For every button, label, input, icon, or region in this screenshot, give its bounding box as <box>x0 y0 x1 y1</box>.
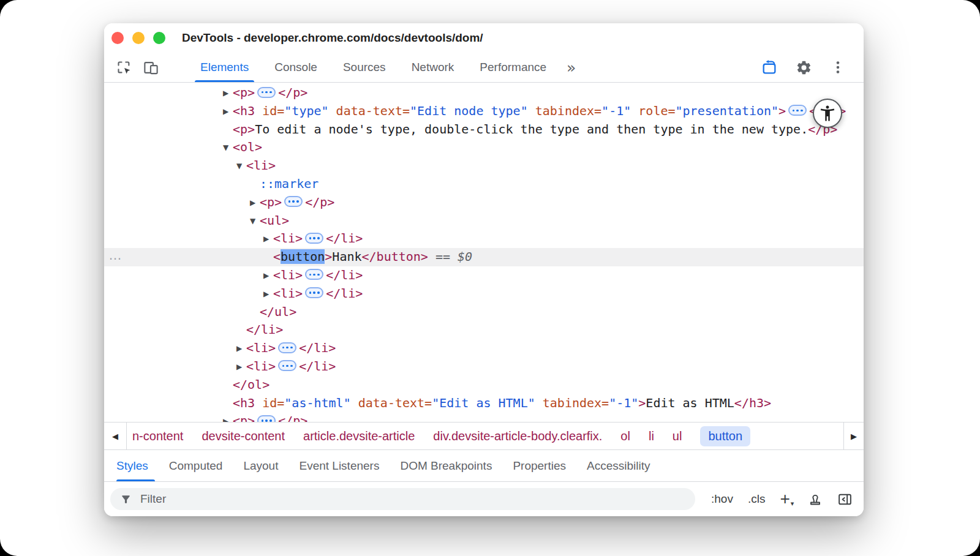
twisty-right-icon[interactable]: ▶ <box>223 103 233 121</box>
breadcrumb-scroll-left-icon[interactable]: ◀ <box>104 423 127 449</box>
breadcrumb-devsite-content[interactable]: devsite-content <box>202 429 285 443</box>
expand-inline-icon[interactable] <box>257 415 276 422</box>
more-panels-icon[interactable]: » <box>559 53 583 82</box>
dom-tree-row[interactable]: ▶<h3 id="type" data-text="Edit node type… <box>104 102 864 121</box>
code-token-tag: < <box>273 249 281 264</box>
dom-tree-row[interactable]: </li> <box>104 321 864 339</box>
code-token-tag: <ul> <box>260 213 289 228</box>
code-token-tag: > <box>778 103 786 118</box>
breadcrumb-n-content[interactable]: n-content <box>132 429 183 443</box>
dom-tree-row[interactable]: ▶<li></li> <box>104 266 864 285</box>
sidebar-tab-accessibility[interactable]: Accessibility <box>576 450 660 481</box>
expand-inline-icon[interactable] <box>305 269 323 280</box>
dom-tree-row[interactable]: ▼<ol> <box>104 138 864 157</box>
dom-tree-row[interactable]: <h3 id="as-html" data-text="Edit as HTML… <box>104 394 864 413</box>
sidebar-tab-event-listeners[interactable]: Event Listeners <box>288 450 390 481</box>
breadcrumb-bar: ◀ n-contentdevsite-contentarticle.devsit… <box>104 422 864 450</box>
sidebar-tab-layout[interactable]: Layout <box>233 450 288 481</box>
dom-tree-row[interactable]: ▶<p></p> <box>104 412 864 422</box>
new-style-rule-caret-icon: ▾ <box>791 500 794 508</box>
breadcrumb-button[interactable]: button <box>700 426 750 446</box>
stamp-icon[interactable] <box>808 492 823 506</box>
twisty-down-icon[interactable]: ▼ <box>250 212 260 231</box>
expand-inline-icon[interactable] <box>305 287 323 298</box>
filter-input-container[interactable] <box>110 488 695 510</box>
sidebar-tab-computed[interactable]: Computed <box>159 450 233 481</box>
devtools-window: DevTools - developer.chrome.com/docs/dev… <box>104 23 864 516</box>
dom-tree-row[interactable]: ▶<p></p> <box>104 84 864 102</box>
twisty-right-icon[interactable]: ▶ <box>236 358 246 377</box>
dom-tree-row-selected[interactable]: …<button>Hank</button> == $0 <box>104 248 864 266</box>
code-token-tag: </p> <box>278 85 307 100</box>
twisty-right-icon[interactable]: ▶ <box>236 340 246 358</box>
breadcrumb-li[interactable]: li <box>649 429 654 443</box>
new-style-rule-button[interactable]: + ▾ <box>780 490 793 508</box>
breadcrumb-ul[interactable]: ul <box>673 429 682 443</box>
dom-tree-row[interactable]: ▶<p></p> <box>104 193 864 212</box>
expand-inline-icon[interactable] <box>278 360 296 371</box>
screencast-icon[interactable] <box>760 59 779 76</box>
expand-inline-icon[interactable] <box>305 233 323 244</box>
tab-elements[interactable]: Elements <box>187 53 262 82</box>
twisty-down-icon[interactable]: ▼ <box>223 139 233 157</box>
dom-tree-row[interactable]: ::marker <box>104 175 864 193</box>
element-classes-button[interactable]: .cls <box>748 492 766 506</box>
breadcrumb-scroll-right-icon[interactable]: ▶ <box>843 423 864 449</box>
settings-gear-icon[interactable] <box>794 59 813 76</box>
close-button[interactable] <box>111 32 124 44</box>
dom-tree-row[interactable]: ▶<li></li> <box>104 285 864 303</box>
expand-inline-icon[interactable] <box>278 342 296 353</box>
zoom-button[interactable] <box>153 32 165 44</box>
code-token-tag: <h3 <box>233 103 255 118</box>
toggle-element-state-button[interactable]: :hov <box>711 492 733 506</box>
code-token-val: "Edit node type" <box>410 103 528 118</box>
twisty-right-icon[interactable]: ▶ <box>250 194 260 212</box>
tab-console[interactable]: Console <box>262 53 330 82</box>
sidebar-tab-properties[interactable]: Properties <box>502 450 576 481</box>
expand-inline-icon[interactable] <box>284 196 303 207</box>
tab-network[interactable]: Network <box>399 53 467 82</box>
twisty-right-icon[interactable]: ▶ <box>223 413 233 422</box>
breadcrumb-ol[interactable]: ol <box>620 429 630 443</box>
code-token-plain <box>255 396 262 410</box>
filter-input[interactable] <box>139 492 685 506</box>
code-token-tag: </h3> <box>734 396 771 410</box>
twisty-right-icon[interactable]: ▶ <box>263 267 273 285</box>
sidebar-tab-styles[interactable]: Styles <box>116 450 159 481</box>
code-token-tag: > <box>638 396 646 410</box>
code-token-marker: ::marker <box>260 176 318 191</box>
breadcrumb-div-devsite-article-body-clearfix[interactable]: div.devsite-article-body.clearfix. <box>433 429 602 443</box>
code-token-plain <box>631 103 638 118</box>
twisty-right-icon[interactable]: ▶ <box>263 285 273 304</box>
tab-performance[interactable]: Performance <box>467 53 559 82</box>
dom-tree-row[interactable]: ▶<li></li> <box>104 339 864 358</box>
dom-tree-row[interactable]: </ul> <box>104 303 864 321</box>
expand-inline-icon[interactable] <box>788 105 807 116</box>
window-title: DevTools - developer.chrome.com/docs/dev… <box>182 31 483 45</box>
dom-tree-rows: ▶<p></p>▶<h3 id="type" data-text="Edit n… <box>104 84 864 422</box>
dom-tree-row[interactable]: </ol> <box>104 376 864 394</box>
breadcrumb-article-devsite-article[interactable]: article.devsite-article <box>303 429 415 443</box>
dom-tree-row[interactable]: ▶<li></li> <box>104 230 864 248</box>
sidebar-tab-dom-breakpoints[interactable]: DOM Breakpoints <box>390 450 502 481</box>
inspect-cursor-icon[interactable] <box>114 53 134 82</box>
twisty-right-icon[interactable]: ▶ <box>263 230 273 249</box>
toggle-sidebar-icon[interactable] <box>837 492 853 507</box>
code-token-plain <box>329 103 336 118</box>
minimize-button[interactable] <box>132 32 145 44</box>
twisty-down-icon[interactable]: ▼ <box>236 157 246 176</box>
more-menu-icon[interactable] <box>828 59 848 75</box>
dom-tree-row[interactable]: ▼<li> <box>104 157 864 175</box>
twisty-right-icon[interactable]: ▶ <box>223 85 233 103</box>
sidebar-tabs: StylesComputedLayoutEvent ListenersDOM B… <box>104 450 864 482</box>
code-token-tag: <li> <box>273 231 303 246</box>
device-toolbar-icon[interactable] <box>141 53 160 82</box>
dom-tree-row[interactable]: ▶<li></li> <box>104 358 864 376</box>
dom-tree-row[interactable]: ▼<ul> <box>104 212 864 230</box>
expand-inline-icon[interactable] <box>257 87 276 98</box>
tab-sources[interactable]: Sources <box>330 53 399 82</box>
dom-tree-row[interactable]: <p>To edit a node's type, double-click t… <box>104 121 864 139</box>
row-overflow-dots-icon[interactable]: … <box>108 246 123 265</box>
code-token-attr: tabindex= <box>543 396 609 410</box>
code-token-tag: <p> <box>233 413 255 422</box>
